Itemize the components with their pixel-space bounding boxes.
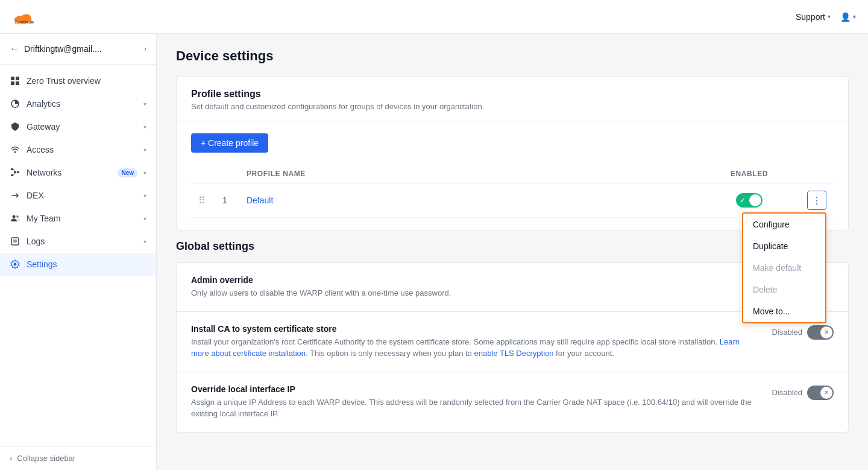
- settings-icon: [10, 259, 20, 270]
- toggle-knob-2: ✕: [820, 387, 832, 399]
- my-team-chevron-icon: ▾: [143, 215, 146, 222]
- svg-text:CLOUDFLARE: CLOUDFLARE: [15, 21, 34, 24]
- svg-rect-16: [11, 238, 19, 245]
- svg-point-14: [13, 215, 16, 218]
- sidebar-item-gateway-label: Gateway: [27, 122, 137, 132]
- support-label: Support: [796, 12, 825, 22]
- back-arrow-icon: ←: [10, 43, 19, 54]
- install-ca-toggle[interactable]: ✕: [807, 325, 834, 340]
- install-ca-text: Install CA to system certificate store I…: [191, 324, 757, 360]
- tls-decryption-link[interactable]: enable TLS Decryption: [474, 349, 553, 358]
- sidebar-item-my-team-label: My Team: [27, 214, 137, 223]
- row-number: 1: [222, 195, 247, 205]
- sidebar-item-settings-label: Settings: [27, 259, 146, 269]
- override-ip-title: Override local interface IP: [191, 384, 757, 394]
- profile-settings-title: Profile settings: [191, 89, 834, 100]
- svg-point-15: [16, 215, 19, 218]
- logs-chevron-icon: ▾: [143, 238, 146, 245]
- cloudflare-icon: CLOUDFLARE: [12, 10, 34, 24]
- sidebar-item-networks-label: Networks: [27, 168, 109, 177]
- user-chevron-icon: ▾: [853, 13, 856, 20]
- account-name: Driftkingtw@gmail....: [24, 44, 102, 54]
- sidebar-item-networks[interactable]: Networks New ▾: [0, 161, 156, 184]
- move-to-option[interactable]: Move to...: [743, 300, 825, 322]
- topbar-left: CLOUDFLARE: [12, 10, 34, 24]
- profile-settings-header: Profile settings Set default and customi…: [177, 77, 848, 121]
- analytics-chevron-icon: ▾: [143, 101, 146, 107]
- th-profile-name: Profile name: [247, 170, 701, 178]
- access-chevron-icon: ▾: [143, 147, 146, 153]
- topbar-right: Support ▾ 👤 ▾: [796, 12, 856, 22]
- actions-cell: ⋮ Configure Duplicate Make default Delet…: [797, 191, 826, 210]
- logs-icon: [10, 236, 20, 247]
- shield-icon: [10, 121, 20, 132]
- profile-settings-desc: Set default and customized configuration…: [191, 102, 834, 111]
- configure-option[interactable]: Configure: [743, 214, 825, 235]
- admin-override-text: Admin override Only allow users to disab…: [191, 275, 819, 299]
- row-actions-button[interactable]: ⋮: [807, 191, 826, 210]
- svg-point-2: [16, 16, 24, 21]
- table-header: Profile name Enabled: [191, 165, 834, 183]
- chart-icon: [10, 98, 20, 109]
- enabled-toggle[interactable]: ✓: [736, 193, 763, 208]
- sidebar-item-logs[interactable]: Logs ▾: [0, 230, 156, 253]
- layout: ← Driftkingtw@gmail.... › Zero Trust ove…: [0, 34, 868, 470]
- main-content: Device settings Profile settings Set def…: [157, 34, 868, 470]
- topbar: CLOUDFLARE Support ▾ 👤 ▾: [0, 0, 868, 34]
- admin-override-desc: Only allow users to disable the WARP cli…: [191, 287, 819, 299]
- gateway-chevron-icon: ▾: [143, 124, 146, 130]
- install-ca-status-label: Disabled: [772, 328, 802, 337]
- sidebar: ← Driftkingtw@gmail.... › Zero Trust ove…: [0, 34, 157, 470]
- sidebar-item-my-team[interactable]: My Team ▾: [0, 207, 156, 230]
- sidebar-item-dex[interactable]: DEX ▾: [0, 184, 156, 207]
- support-chevron-icon: ▾: [828, 13, 831, 20]
- profile-settings-body: + Create profile Profile name Enabled ⠿ …: [177, 121, 848, 230]
- sidebar-item-access[interactable]: Access ▾: [0, 138, 156, 161]
- sidebar-nav: Zero Trust overview Analytics ▾: [0, 65, 156, 446]
- svg-rect-13: [17, 171, 19, 173]
- collapse-label: Collapse sidebar: [17, 454, 75, 463]
- sidebar-item-access-label: Access: [27, 145, 137, 154]
- profile-name-cell: Default: [247, 195, 701, 205]
- svg-rect-5: [16, 77, 19, 80]
- svg-rect-6: [11, 81, 14, 85]
- delete-option: Delete: [743, 279, 825, 300]
- profile-table: Profile name Enabled ⠿ 1 Default ✓: [191, 165, 834, 218]
- install-ca-desc: Install your organization's root Certifi…: [191, 336, 757, 360]
- sidebar-item-analytics-label: Analytics: [27, 99, 137, 109]
- profile-settings-card: Profile settings Set default and customi…: [176, 76, 849, 230]
- override-ip-control: Disabled ✕: [772, 384, 834, 400]
- sidebar-item-settings[interactable]: Settings: [0, 253, 156, 276]
- page-title: Device settings: [176, 48, 849, 64]
- create-profile-button[interactable]: + Create profile: [191, 133, 268, 153]
- table-row: ⠿ 1 Default ✓ ⋮: [191, 183, 834, 218]
- collapse-sidebar-btn[interactable]: ‹ Collapse sidebar: [0, 446, 156, 470]
- cloudflare-logo: CLOUDFLARE: [12, 10, 34, 24]
- people-icon: [10, 213, 20, 224]
- sidebar-item-gateway[interactable]: Gateway ▾: [0, 115, 156, 138]
- svg-rect-4: [11, 77, 14, 80]
- enabled-cell: ✓: [701, 193, 797, 208]
- sidebar-item-zero-trust[interactable]: Zero Trust overview: [0, 69, 156, 92]
- svg-rect-7: [16, 81, 19, 85]
- drag-handle[interactable]: ⠿: [198, 195, 222, 206]
- default-profile-link[interactable]: Default: [247, 195, 273, 205]
- install-ca-title: Install CA to system certificate store: [191, 324, 757, 334]
- toggle-knob: ✕: [820, 326, 832, 338]
- user-menu-button[interactable]: 👤 ▾: [840, 12, 856, 22]
- override-ip-status-label: Disabled: [772, 388, 802, 397]
- override-ip-desc: Assign a unique IP Address to each WARP …: [191, 396, 757, 420]
- collapse-arrow-icon: ‹: [10, 454, 12, 463]
- duplicate-option[interactable]: Duplicate: [743, 235, 825, 257]
- override-ip-item: Override local interface IP Assign a uni…: [177, 372, 848, 432]
- svg-point-9: [14, 151, 16, 153]
- admin-override-title: Admin override: [191, 275, 819, 285]
- user-icon: 👤: [840, 12, 851, 22]
- account-selector[interactable]: ← Driftkingtw@gmail.... ›: [0, 34, 156, 65]
- learn-more-link[interactable]: Learn more about certificate installatio…: [191, 337, 740, 358]
- override-ip-toggle[interactable]: ✕: [807, 386, 834, 400]
- sidebar-item-analytics[interactable]: Analytics ▾: [0, 92, 156, 115]
- override-ip-text: Override local interface IP Assign a uni…: [191, 384, 757, 420]
- support-button[interactable]: Support ▾: [796, 12, 831, 22]
- th-enabled: Enabled: [701, 170, 797, 178]
